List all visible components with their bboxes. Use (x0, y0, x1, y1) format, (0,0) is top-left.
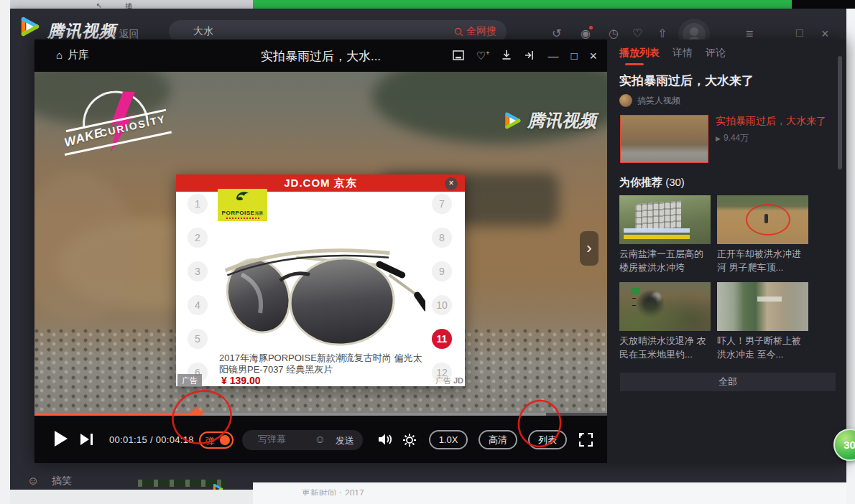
player-window: ⌂ 片库 实拍暴雨过后，大水... ♡+ — □ (34, 39, 846, 463)
recommendation-item[interactable]: 吓人！男子断桥上被洪水冲走 至今... (717, 282, 808, 361)
play-button[interactable] (55, 431, 68, 447)
recommendation-grid: 云南盐津一五层高的楼房被洪水冲垮正开车却被洪水冲进河 男子爬车顶...天放晴洪水… (619, 195, 836, 361)
tencent-video-watermark: 腾讯视频 (503, 109, 596, 132)
search-button[interactable]: 全网搜 (454, 25, 496, 38)
playback-speed-button[interactable]: 1.0X (429, 430, 468, 449)
video-player[interactable]: ⌂ 片库 实拍暴雨过后，大水... ♡+ — □ (34, 39, 607, 463)
ad-close-button[interactable]: × (445, 177, 458, 190)
recommendation-title: 云南盐津一五层高的楼房被洪水冲垮 (619, 247, 711, 274)
tencent-video-logo-icon (19, 16, 40, 40)
fullscreen-icon[interactable] (578, 432, 593, 447)
ad-corner-watermark: 广告 JD (435, 375, 463, 386)
sidebar-scrollbar[interactable] (838, 56, 842, 169)
episode-11[interactable]: 11 (432, 329, 452, 349)
video-frame[interactable]: WAKE CURIOSITY 腾讯视频 › (34, 72, 607, 414)
back-chevron-icon: ‹ (113, 28, 116, 39)
like-icon[interactable]: ♡+ (476, 50, 490, 61)
search-value[interactable]: 大水 (193, 25, 213, 38)
emoji-icon[interactable]: ☺ (315, 433, 325, 445)
time-display: 00:01:15 / 00:04:18 (109, 434, 194, 445)
recommendation-title: 吓人！男子断桥上被洪水冲走 至今... (717, 334, 808, 361)
ad-product-title[interactable]: 2017年海豚PORPOISE新款潮流复古时尚 偏光太阳镜男PE-7037 经典… (219, 353, 428, 375)
episode-10[interactable]: 10 (432, 295, 452, 315)
episode-4[interactable]: 4 (188, 295, 208, 315)
episode-5[interactable]: 5 (188, 329, 208, 349)
episode-7[interactable]: 7 (432, 194, 452, 214)
background-strip-text: 插 (125, 1, 132, 9)
episode-1[interactable]: 1 (188, 194, 208, 214)
background-browser-strip: ↖ 插 (0, 0, 253, 9)
tencent-play-icon (503, 111, 522, 130)
send-button[interactable]: 发送 (336, 434, 354, 447)
player-minimize-button[interactable]: — (547, 50, 558, 61)
uploader-name[interactable]: 搞笑人视频 (637, 95, 680, 107)
background-bottom-strip (10, 490, 253, 504)
scene-trees-right (372, 72, 607, 144)
recommendation-title: 天放晴洪水没退净 农民在玉米地里钓... (619, 334, 711, 361)
episode-column-right: 789101112 (432, 194, 452, 383)
episode-9[interactable]: 9 (432, 261, 452, 281)
uploader-avatar (619, 94, 632, 107)
danmaku-input-group[interactable]: ☺ 发送 (242, 430, 363, 450)
cursor-icon: ↖ (96, 1, 102, 9)
settings-gear-icon[interactable] (402, 433, 417, 447)
quality-button[interactable]: 高清 (479, 430, 517, 449)
sidebar-item-funny[interactable]: ☺ 搞笑 (27, 475, 72, 487)
sunglasses-product-image (216, 238, 425, 354)
volume-icon[interactable] (378, 433, 394, 446)
history-icon[interactable]: ◷ (609, 27, 619, 40)
recommendation-thumbnail[interactable] (717, 282, 808, 331)
download-manager-icon[interactable]: ⇧ (657, 27, 667, 40)
wake-curiosity-watermark: WAKE CURIOSITY (57, 84, 180, 164)
mini-player-icon[interactable] (524, 50, 535, 62)
ad-product-price: ¥ 139.00 (221, 375, 261, 386)
episode-2[interactable]: 2 (188, 228, 208, 248)
notification-icon[interactable]: ◉ (581, 27, 591, 40)
episode-8[interactable]: 8 (432, 228, 452, 248)
ad-popup[interactable]: JD.COM 京东 × PORPOISE海豚 123456 789101112 (176, 174, 465, 386)
recommendation-item[interactable]: 云南盐津一五层高的楼房被洪水冲垮 (619, 195, 711, 274)
recommendation-item[interactable]: 正开车却被洪水冲进河 男子爬车顶... (717, 195, 808, 274)
now-playing-thumbnail[interactable] (620, 115, 708, 163)
danmaku-input[interactable] (256, 433, 314, 445)
porpoise-logo: PORPOISE海豚 (218, 189, 267, 221)
playlist-button[interactable]: 列表 (528, 430, 567, 449)
search-icon (454, 27, 463, 37)
player-maximize-button[interactable]: □ (570, 50, 577, 61)
sidebar-video-title: 实拍暴雨过后，大水来了 (619, 73, 754, 89)
toggle-knob (220, 435, 230, 445)
episode-panel-toggle[interactable]: › (580, 231, 598, 266)
player-sidebar: 播放列表详情评论 实拍暴雨过后，大水来了 搞笑人视频 实拍暴雨过后，大水来了 ▶… (607, 39, 846, 463)
theater-mode-icon[interactable] (453, 50, 464, 62)
background-green-bar (253, 0, 792, 9)
ad-tag-badge: 广告 (177, 374, 202, 387)
recommendation-item[interactable]: 天放晴洪水没退净 农民在玉米地里钓... (619, 282, 711, 361)
background-black-bar (792, 0, 855, 9)
tab-播放列表[interactable]: 播放列表 (619, 47, 660, 65)
background-webpage-fragment: 更新时间：2017 (253, 482, 855, 504)
recommendation-title: 正开车却被洪水冲进河 男子爬车顶... (717, 247, 808, 274)
danmaku-toggle[interactable]: 弹 (199, 431, 234, 449)
download-icon[interactable] (502, 50, 512, 62)
next-button[interactable] (80, 434, 95, 445)
player-titlebar: ⌂ 片库 实拍暴雨过后，大水... ♡+ — □ (34, 39, 607, 72)
player-controls: 00:01:15 / 00:04:18 弹 ☺ 发送 (34, 416, 607, 463)
tab-评论[interactable]: 评论 (706, 47, 726, 65)
tab-详情[interactable]: 详情 (673, 47, 693, 65)
chevron-right-icon: › (586, 239, 591, 258)
episode-column-left: 123456 (188, 194, 208, 383)
recommendation-thumbnail[interactable] (619, 195, 711, 244)
recommendation-thumbnail[interactable] (717, 195, 808, 244)
play-count-icon: ▶ (716, 135, 721, 142)
player-close-button[interactable]: × (589, 50, 597, 62)
update-time-text: 更新时间：2017 (302, 487, 364, 495)
app-maximize-button[interactable]: □ (796, 27, 803, 39)
show-all-button[interactable]: 全部 (620, 373, 836, 391)
recommendation-thumbnail[interactable] (619, 282, 711, 331)
uploader-row[interactable]: 搞笑人视频 (619, 94, 680, 107)
now-playing-views: ▶9.44万 (716, 132, 836, 144)
undo-icon[interactable]: ↺ (552, 27, 561, 40)
favorites-icon[interactable]: ♡ (632, 27, 642, 40)
episode-3[interactable]: 3 (188, 261, 208, 281)
now-playing-title[interactable]: 实拍暴雨过后，大水来了 (716, 113, 836, 128)
